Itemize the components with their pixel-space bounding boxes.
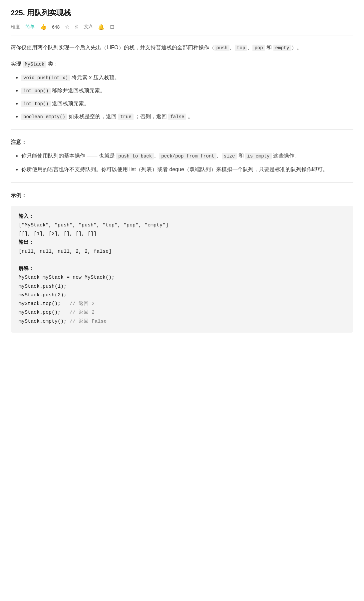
problem-title: 225. 用队列实现栈	[11, 8, 353, 18]
star-icon[interactable]: ☆	[65, 24, 70, 30]
code-peek-pop-from-front: peek/pop from front	[159, 153, 216, 159]
method-list: void push(int x) 将元素 x 压入栈顶。 int pop() 移…	[11, 73, 353, 121]
like-icon[interactable]: 👍	[40, 24, 47, 30]
method-push: void push(int x) 将元素 x 压入栈顶。	[21, 73, 353, 83]
method-top: int top() 返回栈顶元素。	[21, 99, 353, 109]
code-empty: empty	[273, 45, 291, 51]
code-pop: pop	[252, 45, 265, 51]
code-true: true	[118, 114, 134, 120]
example-section: 示例： 输入： ["MyStack", "push", "push", "top…	[11, 191, 353, 333]
example-title: 示例：	[11, 191, 353, 200]
code-void-push: void push(int x)	[21, 75, 70, 81]
note-item-2: 你所使用的语言也许不支持队列。你可以使用 list（列表）或者 deque（双端…	[21, 165, 353, 174]
code-push-to-back: push to back	[116, 153, 154, 159]
problem-body: 请你仅使用两个队列实现一个后入先出（LIFO）的栈，并支持普通栈的全部四种操作（…	[11, 43, 353, 333]
note-item-1: 你只能使用队列的基本操作 —— 也就是 push to back、peek/po…	[21, 151, 353, 161]
method-pop: int pop() 移除并返回栈顶元素。	[21, 86, 353, 96]
share-icon[interactable]: ⎘	[75, 24, 78, 30]
code-boolean-empty: boolean empty()	[21, 114, 67, 120]
divider-2	[11, 182, 353, 183]
code-int-pop: int pop()	[21, 88, 51, 94]
meta-row: 难度 简单 👍 648 ☆ ⎘ 文A 🔔 ⊡	[11, 23, 353, 36]
like-count: 648	[52, 24, 60, 30]
bookmark-icon[interactable]: ⊡	[110, 24, 114, 30]
translate-icon[interactable]: 文A	[84, 23, 93, 30]
divider-1	[11, 129, 353, 130]
method-empty: boolean empty() 如果栈是空的，返回 true ；否则，返回 fa…	[21, 112, 353, 122]
implement-label: 实现 MyStack 类：	[11, 59, 353, 69]
difficulty-label: 难度	[11, 24, 20, 30]
code-top: top	[235, 45, 247, 51]
code-mystack-class: MyStack	[23, 61, 46, 68]
code-false: false	[168, 114, 186, 120]
note-list: 你只能使用队列的基本操作 —— 也就是 push to back、peek/po…	[11, 151, 353, 174]
bell-icon[interactable]: 🔔	[98, 24, 105, 30]
code-int-top: int top()	[21, 101, 51, 107]
code-block: 输入： ["MyStack", "push", "push", "top", "…	[11, 206, 353, 333]
note-title: 注意：	[11, 138, 353, 147]
code-push: push	[214, 45, 230, 51]
code-size: size	[222, 153, 237, 159]
difficulty-badge: 简单	[25, 24, 35, 30]
problem-description: 请你仅使用两个队列实现一个后入先出（LIFO）的栈，并支持普通栈的全部四种操作（…	[11, 43, 353, 53]
note-section: 注意： 你只能使用队列的基本操作 —— 也就是 push to back、pee…	[11, 138, 353, 174]
code-is-empty: is empty	[245, 153, 271, 159]
